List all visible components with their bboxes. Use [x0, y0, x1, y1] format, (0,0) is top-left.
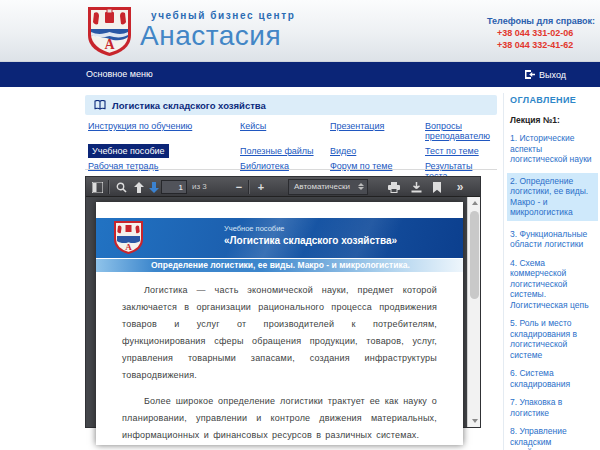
logout-icon [524, 69, 535, 80]
search-button[interactable] [113, 179, 129, 195]
main-menu-button[interactable]: Основное меню [86, 62, 153, 87]
bookmark-button[interactable] [429, 179, 445, 195]
download-button[interactable] [408, 179, 424, 195]
toc-item-3[interactable]: 3. Функциональные области логистики [510, 229, 596, 250]
pdf-viewer: из 3 − + Автоматически [85, 176, 481, 428]
course-header: Логистика складского хозяйства [85, 95, 497, 115]
paragraph: Логистика — часть экономической науки, п… [122, 282, 437, 384]
pdf-toolbar: из 3 − + Автоматически [86, 177, 480, 197]
phone-number: +38 044 332-41-62 [497, 39, 595, 51]
document-section-heading: Определение логистики, ее виды. Макро - … [96, 259, 463, 272]
link-textbook-active[interactable]: Учебное пособие [88, 144, 169, 158]
toc-lecture-1: Лекция №1: [510, 115, 596, 125]
link-instructions[interactable]: Инструкция по обучению [88, 121, 192, 131]
chevron-double-right-icon: » [457, 180, 464, 194]
plus-icon: + [258, 182, 264, 193]
zoom-mode-value: Автоматически [294, 182, 350, 191]
minus-icon: − [236, 182, 242, 193]
logout-label: Выход [539, 70, 566, 80]
crest-logo-icon[interactable]: А [86, 5, 133, 58]
svg-text:А: А [125, 242, 132, 252]
link-presentation[interactable]: Презентация [330, 121, 384, 131]
page-count-label: из 3 [192, 177, 207, 197]
brand-logo[interactable]: учебный бизнес центр Анастасия [140, 10, 295, 50]
sidebar-divider [503, 93, 504, 450]
toc-item-1[interactable]: 1. Исторические аспекты логистической на… [510, 133, 596, 165]
document-title: «Логистика складского хозяйства» [224, 235, 397, 246]
page-number-input[interactable] [161, 180, 187, 194]
link-video[interactable]: Видео [330, 146, 356, 156]
scroll-up-button[interactable] [468, 197, 481, 209]
phones-label: Телефоны для справок: [487, 15, 595, 27]
link-questions[interactable]: Вопросы преподавателю [425, 121, 497, 141]
pdf-viewer-body: А Учебное пособие «Логистика складского … [86, 197, 480, 427]
course-links: Инструкция по обучению Кейсы Презентация… [88, 121, 497, 181]
document-crest-icon: А [114, 221, 143, 255]
toolbar-separator [248, 180, 250, 194]
site-header: А учебный бизнес центр Анастасия Телефон… [0, 0, 600, 62]
paragraph: Более широкое определение логистики трак… [122, 393, 437, 444]
print-button[interactable] [386, 179, 402, 195]
next-page-button[interactable] [146, 179, 162, 195]
zoom-out-button[interactable]: − [231, 179, 247, 195]
scroll-down-button[interactable] [468, 415, 481, 427]
book-icon [94, 100, 106, 110]
phone-number: +38 044 331-02-06 [497, 27, 595, 39]
toc-item-2-active[interactable]: 2. Определение логистики, ее виды. Макро… [507, 173, 598, 221]
svg-text:А: А [104, 37, 115, 52]
select-caret-icon [358, 183, 364, 190]
sidebar-toggle-button[interactable] [89, 179, 105, 195]
document-header-band: А Учебное пособие «Логистика складского … [96, 218, 463, 258]
divider [85, 169, 497, 170]
brand-name: Анастасия [140, 21, 295, 50]
pdf-scrollbar[interactable] [467, 197, 480, 427]
toolbar-separator [108, 180, 110, 194]
logout-button[interactable]: Выход [524, 62, 566, 87]
main-menubar: Основное меню Выход [0, 62, 600, 87]
link-test[interactable]: Тест по теме [425, 146, 479, 156]
toc-item-7[interactable]: 7. Упаковка в логистике [510, 397, 596, 418]
table-of-contents: ОГЛАВЛЕНИЕ Лекция №1: 1. Исторические ас… [510, 95, 596, 450]
contact-phones: Телефоны для справок: +38 044 331-02-06 … [487, 15, 595, 51]
course-title: Логистика складского хозяйства [112, 100, 266, 111]
toc-item-4[interactable]: 4. Схема коммерческой логистической сист… [510, 258, 596, 311]
page: А учебный бизнес центр Анастасия Телефон… [0, 0, 600, 450]
scrollbar-thumb[interactable] [470, 211, 479, 299]
link-cases[interactable]: Кейсы [240, 121, 266, 131]
document-subtitle: Учебное пособие [224, 224, 285, 233]
document-body: Логистика — часть экономической науки, п… [96, 272, 463, 445]
zoom-in-button[interactable]: + [253, 179, 269, 195]
previous-page-button[interactable] [131, 179, 147, 195]
toc-heading: ОГЛАВЛЕНИЕ [510, 95, 596, 105]
link-useful-files[interactable]: Полезные файлы [240, 146, 314, 156]
toc-item-8[interactable]: 8. Управление складским хозяйством и скл… [510, 426, 596, 450]
pdf-page: А Учебное пособие «Логистика складского … [96, 202, 463, 445]
toc-item-6[interactable]: 6. Система складирования [510, 368, 596, 389]
more-tools-button[interactable]: » [452, 179, 468, 195]
toc-item-5[interactable]: 5. Роль и место складирования в логистич… [510, 318, 596, 360]
zoom-mode-select[interactable]: Автоматически [288, 179, 368, 195]
